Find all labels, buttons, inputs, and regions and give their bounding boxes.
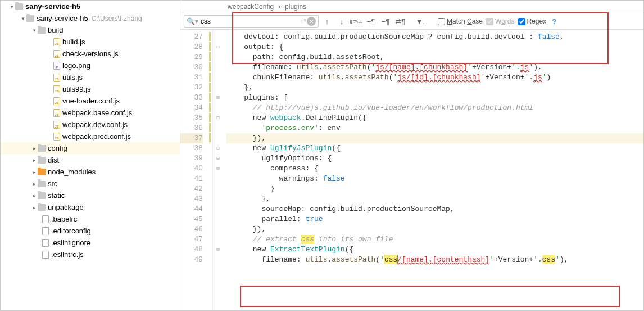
file-icon: JS: [53, 121, 60, 129]
folder-icon: [38, 192, 46, 199]
file-icon: JS: [53, 133, 60, 141]
regex-checkbox[interactable]: Regex: [518, 17, 547, 25]
fold-column: ⊟⊟⊟⊟⊟⊟⊟: [213, 30, 223, 310]
tree-file[interactable]: JSvue-loader.conf.js: [1, 95, 180, 107]
tree-label: config: [48, 144, 67, 152]
chevron-right-icon: ▸: [31, 204, 38, 211]
tree-label: node_modules: [48, 168, 96, 176]
tree-file[interactable]: .editorconfig: [1, 225, 180, 237]
tree-file[interactable]: JScheck-versions.js: [1, 48, 180, 60]
file-icon: JS: [53, 97, 60, 105]
search-icon: 🔍▾: [187, 17, 198, 25]
tree-folder[interactable]: ▸unpackage: [1, 201, 180, 213]
tree-file[interactable]: .babelrc: [1, 213, 180, 225]
tree-file[interactable]: JSbuild.js: [1, 36, 180, 48]
tree-file[interactable]: Plogo.png: [1, 60, 180, 71]
code-editor[interactable]: 2728293031323334353637383940414243444546…: [180, 30, 643, 310]
breadcrumb-item[interactable]: plugins: [285, 3, 306, 11]
tree-label: check-versions.js: [62, 49, 119, 58]
chevron-down-icon: ▾: [8, 3, 15, 10]
chevron-right-icon: ▸: [31, 145, 38, 152]
tree-folder-build[interactable]: ▾ build: [1, 24, 180, 36]
chevron-down-icon: ▾: [31, 27, 38, 34]
chevron-right-icon: ▸: [31, 192, 38, 199]
tree-label: webpack.dev.conf.js: [62, 120, 128, 129]
file-icon: [42, 215, 49, 223]
toggle-selection-button[interactable]: ⇄¶: [394, 15, 406, 28]
file-icon: JS: [53, 109, 60, 117]
chevron-right-icon: ▸: [31, 157, 38, 164]
code-area[interactable]: devtool: config.build.productionSourceMa…: [223, 30, 643, 310]
tree-label: logo.png: [62, 61, 90, 70]
add-selection-button[interactable]: +¶: [365, 15, 377, 28]
folder-icon: [38, 181, 46, 187]
tree-folder[interactable]: ▸dist: [1, 154, 180, 166]
words-checkbox[interactable]: Words: [486, 17, 514, 25]
tree-label: build.js: [62, 38, 85, 46]
breadcrumb: webpackConfig › plugins: [180, 1, 643, 13]
file-icon: [42, 239, 49, 247]
tree-label: static: [48, 191, 65, 200]
editor-main: webpackConfig › plugins 🔍▾ ⏎ ✕ ↑ ↓ �ాALL…: [180, 1, 643, 310]
line-gutter: 2728293031323334353637383940414243444546…: [180, 30, 207, 310]
tree-label: build: [48, 26, 63, 34]
tree-label: sany-service-h5: [25, 2, 80, 11]
tree-folder[interactable]: ▸config: [1, 142, 180, 154]
file-icon: [42, 227, 49, 235]
tree-label: vue-loader.conf.js: [62, 97, 120, 105]
breadcrumb-sep: ›: [278, 3, 280, 11]
tree-label: .eslintignore: [51, 238, 90, 247]
folder-icon: [38, 145, 46, 152]
tree-file[interactable]: JSutils.js: [1, 71, 180, 83]
tree-folder[interactable]: ▸static: [1, 190, 180, 201]
tree-folder[interactable]: ▸src: [1, 178, 180, 190]
tree-file[interactable]: JSwebpack.prod.conf.js: [1, 130, 180, 142]
tree-label: unpackage: [48, 203, 84, 211]
folder-icon: [38, 27, 46, 34]
tree-label: webpack.prod.conf.js: [62, 132, 131, 141]
folder-icon: [38, 157, 46, 164]
clear-icon[interactable]: ✕: [307, 17, 316, 26]
chevron-down-icon: ▾: [20, 15, 26, 22]
prev-match-button[interactable]: ↑: [321, 15, 333, 28]
find-input-box: 🔍▾ ⏎ ✕: [184, 15, 319, 28]
folder-icon: [26, 15, 34, 22]
tree-project[interactable]: ▾ sany-service-h5 C:\Users\t-zhang: [1, 12, 180, 24]
breadcrumb-item[interactable]: webpackConfig: [228, 3, 274, 11]
tree-label: .babelrc: [51, 215, 77, 223]
remove-selection-button[interactable]: −¶: [379, 15, 392, 28]
file-icon: JS: [53, 50, 60, 58]
tree-root[interactable]: ▾ sany-service-h5: [1, 1, 180, 12]
find-input[interactable]: [201, 16, 300, 27]
tree-label: sany-service-h5: [37, 14, 88, 22]
tree-path: C:\Users\t-zhang: [92, 15, 142, 22]
change-marks: [207, 30, 213, 310]
folder-icon: [38, 169, 46, 175]
file-icon: P: [53, 62, 60, 70]
folder-icon: [15, 3, 23, 10]
tree-file[interactable]: JSwebpack.dev.conf.js: [1, 119, 180, 130]
select-all-button[interactable]: �ాALL: [350, 15, 362, 28]
file-icon: [42, 251, 49, 259]
match-case-checkbox[interactable]: Match Case: [438, 17, 483, 25]
tree-file[interactable]: JSutils99.js: [1, 83, 180, 95]
tree-label: utils.js: [62, 73, 83, 82]
project-sidebar: ▾ sany-service-h5 ▾ sany-service-h5 C:\U…: [1, 1, 180, 310]
filter-icon[interactable]: ▼.: [414, 15, 427, 28]
help-icon[interactable]: ?: [552, 17, 556, 26]
chevron-right-icon: ▸: [31, 181, 38, 187]
file-icon: JS: [53, 85, 60, 93]
tree-file[interactable]: .eslintrc.js: [1, 249, 180, 260]
tree-label: dist: [48, 156, 59, 164]
tree-label: .editorconfig: [51, 227, 91, 235]
tree-folder[interactable]: ▸node_modules: [1, 166, 180, 178]
folder-icon: [38, 204, 46, 211]
next-match-button[interactable]: ↓: [335, 15, 348, 28]
chevron-right-icon: ▸: [31, 169, 38, 175]
tree-file[interactable]: .eslintignore: [1, 237, 180, 249]
tree-label: .eslintrc.js: [51, 250, 84, 259]
tree-file[interactable]: JSwebpack.base.conf.js: [1, 107, 180, 119]
file-icon: JS: [53, 38, 60, 46]
app-root: ▾ sany-service-h5 ▾ sany-service-h5 C:\U…: [0, 0, 644, 311]
find-toolbar: 🔍▾ ⏎ ✕ ↑ ↓ �ాALL +¶ −¶ ⇄¶ ▼. Match Case …: [180, 13, 643, 30]
